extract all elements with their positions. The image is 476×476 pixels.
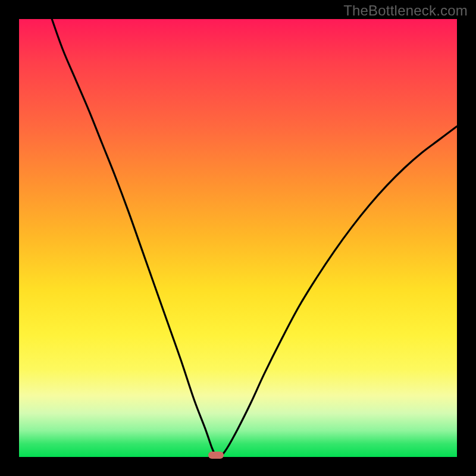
- bottleneck-curve: [19, 19, 457, 457]
- chart-frame: TheBottleneck.com: [0, 0, 476, 476]
- watermark-text: TheBottleneck.com: [343, 2, 468, 19]
- plot-area: [19, 19, 457, 457]
- minimum-marker: [208, 452, 224, 459]
